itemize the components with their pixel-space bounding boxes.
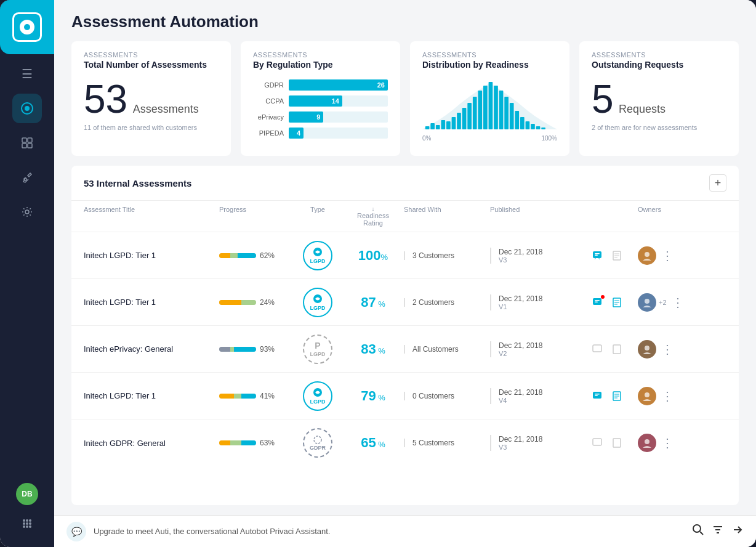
progress-cell-3: 93%: [219, 345, 293, 354]
svg-rect-19: [436, 125, 440, 129]
svg-rect-4: [22, 144, 26, 148]
svg-point-10: [29, 519, 31, 522]
progress-bar-4: [219, 394, 256, 399]
progress-bar-3: [219, 347, 256, 352]
readiness-3: 83 %: [342, 341, 404, 357]
page-header: Assessment Automation: [54, 0, 756, 41]
svg-point-12: [26, 522, 28, 525]
table-row: Initech ePrivacy: General 93% P LGPD: [71, 326, 739, 373]
bar-eprivacy: ePrivacy 9: [253, 111, 388, 123]
more-button-3[interactable]: ⋮: [659, 342, 676, 357]
doc-icon-4[interactable]: [608, 387, 625, 405]
stat-total-title: Total Number of Assessments: [84, 60, 219, 70]
progress-cell-5: 63%: [219, 439, 293, 447]
more-button-4[interactable]: ⋮: [659, 389, 676, 403]
svg-rect-49: [595, 301, 598, 302]
readiness-1: 100%: [342, 248, 404, 264]
published-1: Dec 21, 2018 V3: [490, 248, 589, 264]
sidebar-item-dashboard[interactable]: [12, 128, 42, 158]
col-progress: Progress: [219, 206, 293, 227]
type-badge-4: LGPD: [303, 381, 332, 411]
svg-point-16: [29, 525, 31, 528]
svg-rect-21: [446, 121, 451, 129]
menu-button[interactable]: ☰: [22, 67, 33, 81]
svg-rect-20: [441, 120, 445, 129]
owners-1: ⋮: [638, 246, 699, 265]
sidebar-item-radio[interactable]: [12, 94, 42, 123]
owners-4: ⋮: [638, 387, 699, 405]
add-button[interactable]: +: [709, 174, 726, 192]
published-5: Dec 21, 2018 V3: [490, 435, 589, 451]
search-button[interactable]: [692, 524, 704, 539]
svg-rect-29: [489, 82, 493, 129]
assessment-name-2: Initech LGPD: Tier 1: [84, 298, 219, 307]
bar-ccpa: CCPA 14: [253, 95, 388, 107]
chat-icon-2[interactable]: [589, 294, 606, 311]
type-badge-1: LGPD: [303, 241, 332, 270]
svg-point-8: [23, 519, 25, 522]
progress-bar-5: [219, 440, 256, 445]
doc-icon-1[interactable]: [608, 247, 625, 264]
doc-icon-2[interactable]: [608, 294, 625, 311]
readiness-4: 79 %: [342, 388, 404, 404]
progress-bar-2: [219, 300, 256, 305]
svg-rect-22: [452, 117, 456, 129]
more-button-2[interactable]: ⋮: [669, 295, 686, 310]
col-shared-with: Shared With: [404, 206, 490, 227]
svg-rect-25: [467, 103, 472, 129]
stat-card-regulation: Assessments By Regulation Type GDPR 26 C…: [241, 41, 400, 156]
col-assessment-title: Assessment Title: [84, 206, 219, 227]
actions-1: [589, 247, 638, 264]
chat-icon-3[interactable]: [589, 341, 606, 358]
svg-rect-36: [526, 121, 530, 129]
doc-icon-3[interactable]: [608, 341, 625, 358]
chat-icon-1[interactable]: [589, 247, 606, 264]
lgpd-icon: [312, 246, 323, 257]
table-row: Initech LGPD: Tier 1 62%: [71, 232, 739, 279]
stat-dist-label: Assessments: [422, 51, 557, 59]
column-headers: Assessment Title Progress Type ↓ Readine…: [71, 201, 739, 232]
shared-with-5: 5 Customers: [404, 439, 490, 447]
apps-button[interactable]: [16, 513, 38, 535]
svg-rect-34: [515, 111, 519, 129]
svg-point-7: [25, 210, 29, 214]
svg-point-60: [645, 392, 649, 397]
svg-point-11: [23, 522, 25, 525]
owner-avatar-5: [638, 434, 656, 452]
table-header: 53 Internal Assessments +: [71, 166, 739, 201]
lgpd-icon-2: [312, 293, 323, 304]
dashboard-icon: [21, 137, 33, 149]
stat-reg-label: Assessments: [253, 51, 388, 59]
user-avatar[interactable]: DB: [16, 483, 38, 505]
chat-icon-5[interactable]: [589, 434, 606, 452]
distribution-chart: [422, 77, 557, 132]
svg-line-66: [700, 532, 703, 535]
type-badge-3: P LGPD: [303, 334, 332, 364]
stat-out-label: Assessments: [592, 51, 726, 59]
stat-out-number: 5: [592, 77, 614, 121]
logo[interactable]: [0, 0, 54, 54]
owner-avatar-2: [638, 293, 656, 312]
owner-avatar-3: [638, 340, 656, 359]
sidebar-item-settings[interactable]: [12, 197, 42, 227]
svg-rect-3: [28, 138, 32, 142]
sidebar-item-tools[interactable]: [12, 163, 42, 192]
more-button-1[interactable]: ⋮: [659, 248, 676, 263]
share-button[interactable]: [731, 524, 744, 539]
svg-rect-5: [28, 144, 32, 148]
filter-button[interactable]: [712, 524, 724, 539]
bottom-bar: 💬 Upgrade to meet Auti, the conversation…: [54, 515, 756, 547]
chat-icon-4[interactable]: [589, 387, 606, 405]
assessment-name-5: Initech GDPR: General: [84, 439, 219, 448]
col-published: Published: [490, 206, 589, 227]
assessment-name-1: Initech LGPD: Tier 1: [84, 251, 219, 260]
doc-icon-5[interactable]: [608, 434, 625, 452]
hamburger-icon: ☰: [22, 67, 33, 81]
chat-bubble: 💬: [66, 522, 86, 541]
filter-icon: [712, 524, 724, 536]
more-button-5[interactable]: ⋮: [659, 436, 676, 450]
stat-card-outstanding: Assessments Outstanding Requests 5 Reque…: [579, 41, 739, 156]
svg-point-54: [645, 346, 649, 350]
progress-bar-1: [219, 253, 256, 258]
svg-rect-39: [541, 128, 545, 129]
